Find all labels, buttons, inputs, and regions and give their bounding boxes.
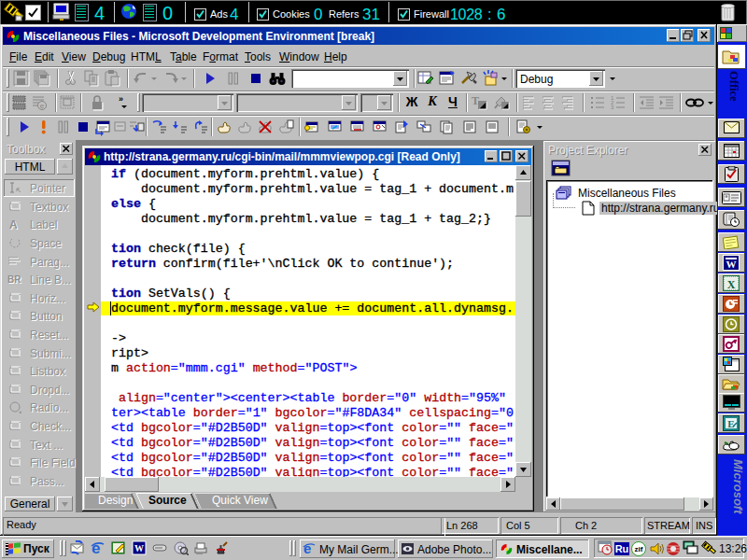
svg-text:X: X [727,278,736,291]
svg-text:»: » [119,94,123,104]
svg-text:3: 3 [611,105,614,110]
svg-text:W: W [134,543,144,553]
svg-text:E: E [727,418,734,429]
svg-text:T: T [472,94,479,107]
svg-text:e: e [40,102,45,110]
svg-text:W: W [726,259,737,270]
